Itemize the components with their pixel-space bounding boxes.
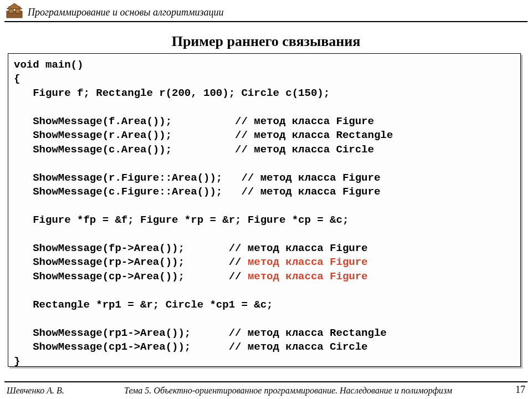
slide-title: Пример раннего связывания xyxy=(0,33,532,50)
code-line: ShowMessage(rp1->Area()); // метод класс… xyxy=(14,327,387,339)
footer-divider xyxy=(4,381,528,382)
logo-icon xyxy=(6,3,23,19)
footer-author: Шевченко А. В. xyxy=(7,386,64,396)
course-title: Программирование и основы алгоритмизации xyxy=(28,7,223,18)
code-line: ShowMessage(c.Area()); // метод класса C… xyxy=(14,144,374,156)
footer-topic: Тема 5. Объектно-ориентированное програм… xyxy=(78,386,499,396)
code-line: ShowMessage(cp->Area()); // xyxy=(14,270,248,283)
code-line: ShowMessage(fp->Area()); // метод класса… xyxy=(14,242,368,254)
code-line: Figure *fp = &f; Figure *rp = &r; Figure… xyxy=(14,214,349,226)
code-highlight: метод класса Figure xyxy=(248,256,368,268)
code-line: ShowMessage(r.Area()); // метод класса R… xyxy=(14,129,393,141)
page-number: 17 xyxy=(515,384,525,396)
code-line: { xyxy=(14,73,20,85)
code-line: ShowMessage(f.Area()); // метод класса F… xyxy=(14,115,374,127)
code-line: Figure f; Rectangle r(200, 100); Circle … xyxy=(14,87,330,99)
slide-page: Программирование и основы алгоритмизации… xyxy=(0,0,532,399)
code-line: ShowMessage(rp->Area()); // xyxy=(14,256,248,268)
code-line: void main() xyxy=(14,59,83,71)
svg-marker-3 xyxy=(7,3,22,9)
code-line: Rectangle *rp1 = &r; Circle *cp1 = &c; xyxy=(14,299,273,311)
code-block: void main() { Figure f; Rectangle r(200,… xyxy=(8,53,521,367)
code-line: ShowMessage(r.Figure::Area()); // метод … xyxy=(14,172,380,184)
code-line: } xyxy=(14,355,20,367)
header-divider xyxy=(4,21,528,22)
code-line: ShowMessage(cp1->Area()); // метод класс… xyxy=(14,341,368,353)
code-line: ShowMessage(c.Figure::Area()); // метод … xyxy=(14,186,380,198)
code-highlight: метод класса Figure xyxy=(248,270,368,283)
